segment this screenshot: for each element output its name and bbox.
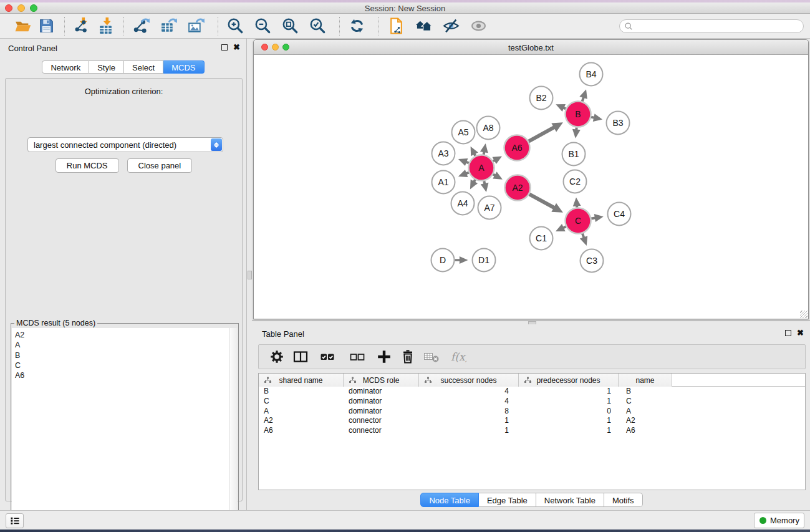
table-cell[interactable]: C bbox=[259, 397, 344, 407]
table-cell[interactable]: 0 bbox=[519, 407, 619, 417]
table-cell[interactable]: 8 bbox=[419, 407, 519, 417]
column-header-predecessor-nodes[interactable]: predecessor nodes bbox=[519, 374, 619, 387]
export-table-button[interactable] bbox=[157, 16, 180, 36]
tab-network[interactable]: Network bbox=[42, 60, 89, 74]
zoom-in-button[interactable] bbox=[224, 16, 246, 36]
deselect-all-columns-button[interactable] bbox=[344, 346, 371, 367]
resize-grip-icon[interactable] bbox=[800, 311, 808, 318]
table-cell[interactable]: 1 bbox=[419, 416, 519, 426]
mcds-result-item[interactable]: B bbox=[15, 351, 229, 360]
table-cell[interactable]: dominator bbox=[344, 397, 419, 407]
graph-node-B2[interactable]: B2 bbox=[530, 87, 553, 110]
graph-node-C3[interactable]: C3 bbox=[581, 249, 604, 273]
table-cell[interactable]: 1 bbox=[419, 426, 519, 436]
vertical-splitter[interactable] bbox=[247, 39, 253, 510]
zoom-selected-button[interactable] bbox=[306, 16, 329, 36]
graph-node-C2[interactable]: C2 bbox=[564, 170, 587, 193]
duplicate-network-button[interactable] bbox=[385, 16, 407, 36]
delete-column-button[interactable] bbox=[397, 346, 418, 367]
table-cell[interactable]: B bbox=[619, 387, 672, 397]
delete-table-button[interactable] bbox=[421, 346, 442, 367]
graph-node-B[interactable]: B bbox=[566, 102, 591, 127]
table-cell[interactable]: connector bbox=[344, 416, 419, 426]
optimization-criterion-select[interactable]: largest connected component (directed) bbox=[27, 137, 223, 152]
table-row[interactable]: Adominator80A bbox=[259, 407, 805, 417]
column-header-name[interactable]: name bbox=[619, 374, 672, 387]
memory-button[interactable]: Memory bbox=[754, 513, 804, 528]
float-table-panel-icon[interactable] bbox=[785, 330, 791, 336]
column-header-shared-name[interactable]: shared name bbox=[259, 374, 344, 387]
network-window-titlebar[interactable]: testGlobe.txt bbox=[254, 40, 808, 55]
table-cell[interactable]: B bbox=[259, 387, 344, 397]
table-cell[interactable]: 4 bbox=[419, 387, 519, 397]
result-list-scrollbar[interactable] bbox=[229, 328, 238, 532]
split-view-button[interactable] bbox=[290, 346, 311, 367]
export-image-button[interactable] bbox=[185, 16, 207, 36]
save-session-button[interactable] bbox=[35, 16, 57, 36]
show-all-button[interactable] bbox=[467, 16, 489, 36]
zoom-out-button[interactable] bbox=[251, 16, 274, 36]
network-graph[interactable]: B4B2BB3A8A5A6A3B1AA1C2A2A4A7C4CC1C3DD1 bbox=[254, 55, 808, 319]
tab-edge-table[interactable]: Edge Table bbox=[479, 493, 536, 507]
network-canvas[interactable]: B4B2BB3A8A5A6A3B1AA1C2A2A4A7C4CC1C3DD1 bbox=[254, 55, 808, 319]
table-cell[interactable]: C bbox=[619, 397, 672, 407]
table-cell[interactable]: 1 bbox=[519, 416, 619, 426]
table-cell[interactable]: 1 bbox=[519, 426, 619, 436]
graph-node-A2[interactable]: A2 bbox=[505, 175, 531, 201]
table-cell[interactable]: 4 bbox=[419, 397, 519, 407]
table-settings-button[interactable] bbox=[266, 346, 287, 367]
close-panel-button[interactable]: Close panel bbox=[127, 158, 193, 173]
table-cell[interactable]: A bbox=[619, 407, 672, 417]
open-session-button[interactable] bbox=[11, 16, 34, 36]
zoom-fit-button[interactable] bbox=[279, 16, 301, 36]
run-mcds-button[interactable]: Run MCDS bbox=[55, 158, 119, 173]
table-row[interactable]: Bdominator41B bbox=[259, 387, 805, 397]
search-field[interactable] bbox=[619, 19, 804, 33]
search-input[interactable] bbox=[633, 21, 803, 32]
refresh-layout-button[interactable] bbox=[345, 16, 368, 36]
mcds-result-item[interactable]: A2 bbox=[15, 330, 229, 340]
graph-node-B1[interactable]: B1 bbox=[562, 143, 586, 166]
function-builder-button[interactable]: f(x) bbox=[445, 346, 472, 367]
edge-A6-B[interactable] bbox=[529, 126, 557, 142]
table-cell[interactable]: A2 bbox=[619, 416, 672, 426]
edge-A2-C[interactable] bbox=[529, 194, 556, 209]
table-cell[interactable]: 1 bbox=[519, 387, 619, 397]
table-cell[interactable]: 1 bbox=[519, 397, 619, 407]
column-header-MCDS-role[interactable]: MCDS role bbox=[344, 374, 419, 387]
close-table-panel-icon[interactable]: ✖ bbox=[797, 328, 804, 338]
select-all-columns-button[interactable] bbox=[314, 346, 341, 367]
graph-node-A7[interactable]: A7 bbox=[478, 196, 501, 220]
graph-node-A[interactable]: A bbox=[469, 155, 494, 181]
mcds-result-list[interactable]: A2ABCA6 bbox=[12, 328, 229, 532]
graph-node-D[interactable]: D bbox=[432, 249, 455, 272]
tab-node-table[interactable]: Node Table bbox=[420, 493, 479, 507]
vertical-splitter-handle[interactable] bbox=[248, 271, 252, 279]
close-panel-icon[interactable]: ✖ bbox=[233, 42, 240, 52]
app-titlebar[interactable]: Session: New Session bbox=[0, 2, 810, 14]
table-row[interactable]: A6connector11A6 bbox=[259, 426, 805, 436]
table-cell[interactable]: A6 bbox=[619, 426, 672, 436]
graph-node-A8[interactable]: A8 bbox=[477, 117, 500, 140]
first-neighbors-button[interactable] bbox=[412, 16, 435, 36]
graph-node-C[interactable]: C bbox=[566, 208, 591, 234]
float-panel-icon[interactable] bbox=[221, 44, 228, 51]
tab-select[interactable]: Select bbox=[124, 60, 163, 74]
graph-node-C1[interactable]: C1 bbox=[530, 227, 553, 250]
export-network-button[interactable] bbox=[130, 16, 152, 36]
mcds-result-item[interactable]: A6 bbox=[15, 370, 229, 380]
table-row[interactable]: A2connector11A2 bbox=[259, 416, 805, 426]
graph-node-A5[interactable]: A5 bbox=[452, 121, 475, 144]
graph-node-A1[interactable]: A1 bbox=[432, 171, 455, 194]
graph-node-A3[interactable]: A3 bbox=[432, 142, 455, 165]
show-panels-button[interactable] bbox=[6, 513, 24, 528]
table-row[interactable]: Cdominator41C bbox=[259, 397, 805, 407]
tab-network-table[interactable]: Network Table bbox=[536, 493, 604, 507]
import-table-button[interactable] bbox=[94, 16, 117, 36]
tab-style[interactable]: Style bbox=[89, 60, 124, 74]
column-header-successor-nodes[interactable]: successor nodes bbox=[419, 374, 519, 387]
graph-node-C4[interactable]: C4 bbox=[608, 203, 631, 226]
mcds-result-item[interactable]: A bbox=[15, 340, 229, 350]
table-cell[interactable]: A2 bbox=[259, 416, 344, 426]
table-cell[interactable]: A6 bbox=[259, 426, 344, 436]
